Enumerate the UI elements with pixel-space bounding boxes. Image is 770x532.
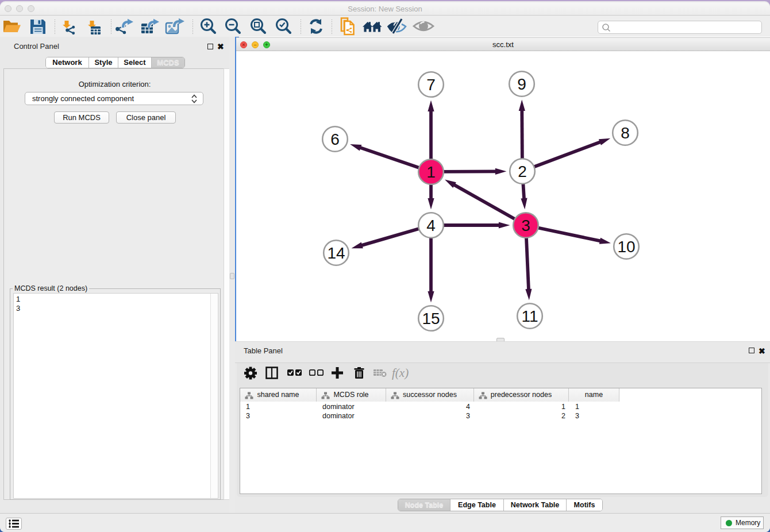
svg-text:10: 10 [617, 238, 635, 256]
svg-text:9: 9 [517, 75, 526, 93]
svg-text:4: 4 [426, 217, 436, 234]
svg-text:15: 15 [422, 310, 440, 327]
svg-text:14: 14 [327, 244, 345, 262]
svg-text:2: 2 [518, 163, 527, 180]
svg-text:6: 6 [330, 130, 340, 148]
svg-text:11: 11 [521, 307, 538, 325]
svg-text:3: 3 [521, 217, 530, 234]
svg-text:1: 1 [426, 163, 436, 181]
svg-text:7: 7 [426, 76, 436, 94]
svg-text:8: 8 [621, 124, 630, 142]
